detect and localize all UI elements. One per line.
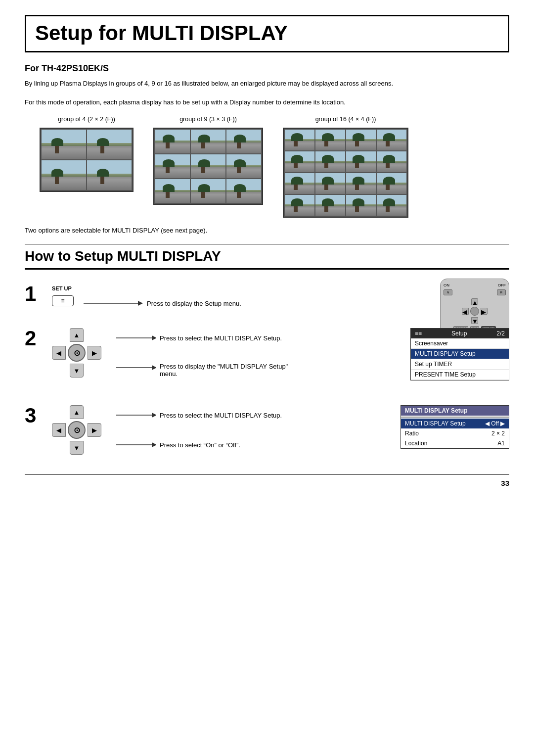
menu-row-screensaver: Screensaver (411, 338, 509, 349)
cell (285, 195, 314, 216)
menu2-row-setup[interactable]: MULTI DISPLAY Setup ◀ Off ▶ (401, 419, 509, 428)
cell (191, 130, 225, 153)
group-label-3x3: group of 9 (3 × 3 (F)) (179, 116, 237, 123)
setup-btn-label: SET UP (52, 285, 74, 291)
dpad-down[interactable]: ▼ (70, 364, 84, 378)
cell (377, 130, 406, 150)
dpad-right[interactable]: ▶ (88, 423, 101, 437)
intro-para1: By lining up Plasma Displays in groups o… (25, 79, 509, 89)
remote-dpad: ▲ ▼ ◀ ▶ (462, 298, 488, 324)
menu-header: ≡≡ Setup 2/2 (411, 329, 509, 338)
menu-row-multi-display[interactable]: MULTI DISPLAY Setup (411, 349, 509, 359)
group-label-2x2: group of 4 (2 × 2 (F)) (58, 116, 115, 123)
display-groups: group of 4 (2 × 2 (F)) group of 9 (3 × 3… (40, 116, 509, 218)
menu2-row-setup-label: MULTI DISPLAY Setup (405, 420, 466, 427)
grid-2x2 (41, 129, 133, 191)
menu-screenshot-1: ≡≡ Setup 2/2 Screensaver MULTI DISPLAY S… (410, 328, 509, 380)
step-1-number: 1 (25, 284, 52, 304)
grid-4x4 (284, 129, 407, 217)
menu2-row-location: Location A1 (401, 438, 509, 448)
display-group-4x4: group of 16 (4 × 4 (F)) (283, 116, 408, 218)
cell (191, 154, 225, 178)
step2-menu-screenshot: ≡≡ Setup 2/2 Screensaver MULTI DISPLAY S… (410, 328, 509, 380)
menu2-location-value: A1 (497, 440, 505, 447)
main-title-box: Setup for MULTI DISPLAY (25, 15, 509, 52)
dpad-left[interactable]: ◀ (52, 346, 66, 360)
step3-arrow1 (116, 410, 156, 420)
menu2-off-value: Off (491, 420, 499, 427)
remote-dpad-left[interactable]: ◀ (462, 308, 469, 315)
cell (315, 130, 345, 150)
cell (285, 173, 314, 194)
group-label-4x4: group of 16 (4 × 4 (F)) (315, 116, 376, 123)
svg-marker-1 (138, 301, 143, 306)
dpad-up[interactable]: ▲ (70, 328, 84, 342)
remote-on-label: ON (444, 283, 449, 287)
step3-line2-text: Press to select “On” or “Off”. (160, 441, 240, 449)
remote-off-label: OFF (498, 283, 506, 287)
cell (42, 130, 86, 159)
cell (315, 151, 345, 172)
cell (155, 154, 190, 178)
grid-container-2x2 (40, 128, 134, 192)
cell (191, 179, 225, 203)
svg-marker-9 (152, 442, 156, 447)
dpad-center[interactable]: ⊙ (68, 344, 86, 362)
remote-btn-n[interactable]: N (444, 289, 452, 295)
remote-dpad-up[interactable]: ▲ (471, 298, 478, 305)
subtitle: For TH-42PS10EK/S (25, 63, 509, 74)
step2-arrow1 (116, 333, 156, 343)
cell (226, 179, 261, 203)
grid-container-3x3 (153, 128, 263, 205)
step3-menu-screenshot: MULTI DISPLAY Setup MULTI DISPLAY Setup … (400, 405, 509, 449)
display-group-3x3: group of 9 (3 × 3 (F)) (153, 116, 263, 205)
main-title: Setup for MULTI DISPLAY (35, 21, 499, 45)
dpad-center[interactable]: ⊙ (68, 421, 86, 439)
cell (226, 154, 261, 178)
menu2-ratio-label: Ratio (405, 430, 419, 437)
right-arrow-icon: ▶ (500, 420, 505, 427)
menu2-row-setup-value: ◀ Off ▶ (485, 420, 505, 427)
dpad-up[interactable]: ▲ (70, 405, 84, 419)
dpad-down[interactable]: ▼ (70, 441, 84, 455)
menu2-header: MULTI DISPLAY Setup (401, 406, 509, 416)
remote-dpad-right[interactable]: ▶ (481, 308, 488, 315)
menu-row-present-time: PRESENT TIME Setup (411, 370, 509, 380)
svg-marker-5 (152, 365, 156, 370)
section-header: How to Setup MULTI DISPLAY (25, 244, 509, 270)
cell (315, 173, 345, 194)
cell (377, 173, 406, 194)
cell (285, 151, 314, 172)
step-3-number: 3 (25, 405, 52, 426)
menu-header-icon: ≡≡ (415, 330, 422, 337)
cell (226, 130, 261, 153)
dpad-left[interactable]: ◀ (52, 423, 66, 437)
page-number-text: 33 (501, 479, 509, 487)
left-arrow-icon: ◀ (485, 420, 490, 427)
svg-marker-7 (152, 413, 156, 418)
step-2-number: 2 (25, 328, 52, 349)
cell (377, 195, 406, 216)
cell (155, 179, 190, 203)
menu-row-timer: Set up TIMER (411, 359, 509, 370)
grid-container-4x4 (283, 128, 408, 218)
step-1: 1 SET UP ≡ Press to display the Setup me… (25, 284, 509, 308)
step1-arrow (84, 298, 143, 308)
remote-btn-r[interactable]: R (497, 289, 506, 295)
step1-description: Press to display the Setup menu. (147, 300, 241, 307)
remote-dpad-center[interactable] (470, 307, 479, 316)
step3-arrow2 (116, 440, 156, 450)
step3-dpad: ▲ ▼ ◀ ▶ ⊙ (52, 405, 101, 455)
dpad-right[interactable]: ▶ (88, 346, 101, 360)
menu-header-page: 2/2 (496, 330, 505, 337)
cell (346, 151, 376, 172)
cell (346, 173, 376, 194)
menu-header-title: Setup (451, 330, 467, 337)
step2-arrow2 (116, 363, 156, 373)
remote-dpad-down[interactable]: ▼ (471, 317, 478, 324)
setup-button[interactable]: ≡ (52, 295, 74, 306)
display-group-2x2: group of 4 (2 × 2 (F)) (40, 116, 134, 192)
svg-marker-3 (152, 335, 156, 340)
menu2-row-ratio: Ratio 2 × 2 (401, 428, 509, 438)
two-options-text: Two options are selectable for MULTI DIS… (25, 227, 509, 234)
